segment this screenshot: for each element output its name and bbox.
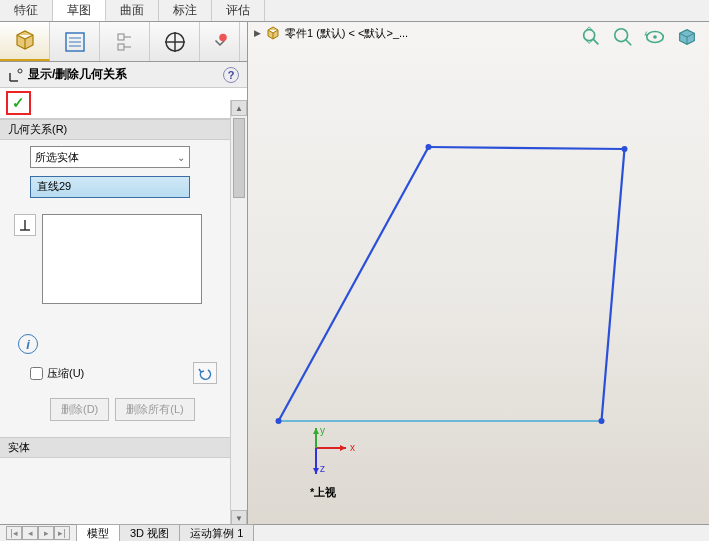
relations-section-body: 所选实体 ⌄ 直线29 i 压缩(U) 删除(D) 删除所有(L) [0, 140, 247, 437]
confirm-highlight: ✓ [6, 91, 31, 115]
svg-text:y: y [320, 426, 325, 436]
svg-rect-4 [118, 34, 124, 40]
undo-button[interactable] [193, 362, 217, 384]
suppress-checkbox[interactable] [30, 367, 43, 380]
bottom-tab-3dview[interactable]: 3D 视图 [119, 524, 180, 541]
tab-nav-last[interactable]: ▸| [54, 526, 70, 540]
relations-listbox[interactable] [42, 214, 202, 304]
main-tab-bar: 特征 草图 曲面 标注 评估 [0, 0, 709, 22]
svg-text:x: x [350, 442, 355, 453]
feature-manager-tab[interactable] [0, 22, 50, 61]
delete-all-button[interactable]: 删除所有(L) [115, 398, 194, 421]
help-icon[interactable]: ? [223, 67, 239, 83]
main-tab-evaluate[interactable]: 评估 [212, 0, 265, 21]
property-manager-tab[interactable] [50, 22, 100, 61]
sketch-point[interactable] [426, 144, 432, 150]
property-title: 显示/删除几何关系 [28, 66, 127, 83]
property-manager-panel: 显示/删除几何关系 ? ✓ 几何关系(R) ㄨ 所选实体 ⌄ 直线29 [0, 22, 248, 526]
main-tab-feature[interactable]: 特征 [0, 0, 53, 21]
bottom-tab-motion[interactable]: 运动算例 1 [179, 524, 254, 541]
info-icon[interactable]: i [18, 334, 38, 354]
chevron-down-icon: ⌄ [177, 152, 185, 163]
svg-point-14 [18, 69, 22, 73]
sketch-point[interactable] [276, 418, 282, 424]
tab-nav-buttons: |◂ ◂ ▸ ▸| [6, 526, 70, 540]
svg-marker-24 [340, 445, 346, 451]
main-tab-surface[interactable]: 曲面 [106, 0, 159, 21]
property-header: 显示/删除几何关系 ? [0, 62, 247, 88]
bottom-tab-model[interactable]: 模型 [76, 524, 120, 541]
sketch-line[interactable] [602, 149, 625, 421]
dimxpert-tab[interactable] [150, 22, 200, 61]
relations-section-header[interactable]: 几何关系(R) ㄨ [0, 119, 247, 140]
sketch-point[interactable] [599, 418, 605, 424]
perpendicular-icon [14, 214, 36, 236]
tab-overflow[interactable] [200, 22, 240, 61]
view-orientation-label: *上视 [310, 485, 336, 500]
main-tab-sketch[interactable]: 草图 [53, 0, 106, 21]
ok-button[interactable]: ✓ [12, 94, 25, 111]
svg-text:z: z [320, 463, 325, 474]
sketch-line[interactable] [279, 147, 429, 421]
delete-button[interactable]: 删除(D) [50, 398, 109, 421]
filter-selected-value: 所选实体 [35, 150, 79, 165]
bottom-tab-bar: |◂ ◂ ▸ ▸| 模型 3D 视图 运动算例 1 [0, 524, 709, 541]
svg-marker-27 [313, 428, 319, 434]
entities-section-title: 实体 [8, 440, 30, 455]
svg-marker-30 [313, 468, 319, 474]
config-manager-tab[interactable] [100, 22, 150, 61]
svg-point-11 [219, 33, 227, 41]
confirm-bar: ✓ [0, 88, 247, 119]
sketch-line[interactable] [429, 147, 625, 149]
entities-section-header[interactable]: 实体 ㄨ [0, 437, 247, 458]
property-tab-bar [0, 22, 247, 62]
tab-nav-first[interactable]: |◂ [6, 526, 22, 540]
main-tab-annotation[interactable]: 标注 [159, 0, 212, 21]
graphics-viewport[interactable]: ▶ 零件1 (默认) < <默认>_... x y z [248, 22, 709, 526]
relations-section-title: 几何关系(R) [8, 122, 67, 137]
tab-nav-next[interactable]: ▸ [38, 526, 54, 540]
svg-rect-5 [118, 44, 124, 50]
orientation-triad[interactable]: x y z [298, 426, 358, 486]
filter-dropdown[interactable]: 所选实体 ⌄ [30, 146, 190, 168]
selected-entity-item[interactable]: 直线29 [30, 176, 190, 198]
suppress-label: 压缩(U) [47, 366, 193, 381]
sketch-point[interactable] [622, 146, 628, 152]
tab-nav-prev[interactable]: ◂ [22, 526, 38, 540]
